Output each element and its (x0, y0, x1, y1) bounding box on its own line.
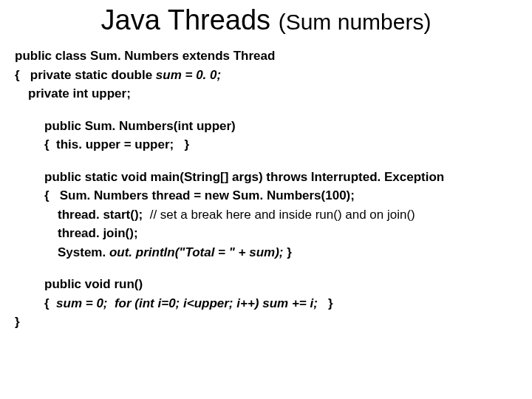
title-sub: (Sum numbers) (279, 10, 432, 34)
code-text: { (44, 296, 56, 310)
code-line: { sum = 0; for (int i=0; i<upper; i++) s… (15, 294, 517, 313)
title-main: Java Threads (101, 4, 279, 35)
code-text: { private static double (15, 68, 156, 82)
code-text: out. println("Total = " + sum); (109, 245, 287, 259)
code-line: { Sum. Numbers thread = new Sum. Numbers… (15, 186, 517, 205)
code-line: } (15, 313, 517, 332)
blank-line (15, 103, 517, 117)
blank-line (15, 262, 517, 275)
code-text: sum = 0. 0; (156, 68, 221, 82)
code-text: thread. start(); (58, 208, 150, 222)
blank-line (15, 154, 517, 168)
code-line: System. out. println("Total = " + sum); … (15, 243, 517, 262)
code-text: } (328, 296, 333, 310)
code-line: { private static double sum = 0. 0; (15, 66, 517, 85)
code-line: public void run() (15, 275, 517, 294)
slide-title: Java Threads (Sum numbers) (15, 4, 517, 36)
code-line: { this. upper = upper; } (15, 135, 517, 154)
code-block: public class Sum. Numbers extends Thread… (15, 47, 517, 332)
code-line: public static void main(String[] args) t… (15, 168, 517, 187)
slide: Java Threads (Sum numbers) public class … (0, 0, 532, 347)
code-text: } (287, 245, 292, 259)
code-line: private int upper; (15, 84, 517, 103)
code-comment: // set a break here and inside run() and… (150, 208, 415, 222)
code-line: thread. join(); (15, 224, 517, 243)
code-text: System. (58, 245, 109, 259)
code-line: public class Sum. Numbers extends Thread (15, 47, 517, 66)
code-line: public Sum. Numbers(int upper) (15, 117, 517, 136)
code-line: thread. start(); // set a break here and… (15, 205, 517, 225)
code-text: sum = 0; for (int i=0; i<upper; i++) sum… (56, 296, 328, 310)
